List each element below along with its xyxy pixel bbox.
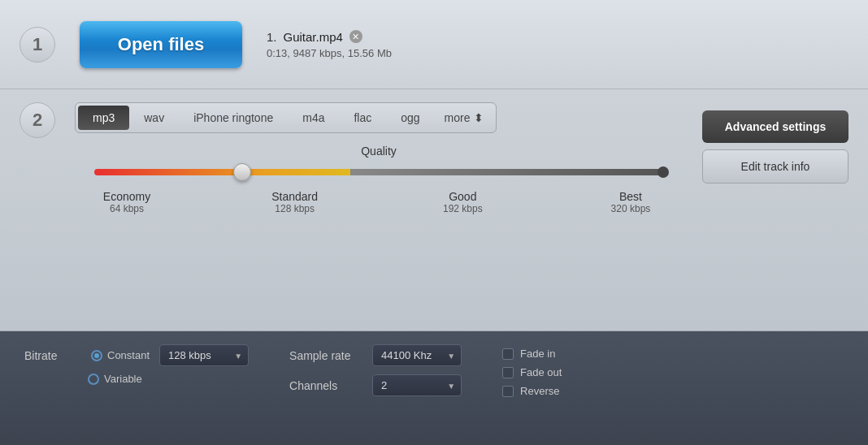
slider-container [83,162,675,182]
channels-label: Channels [289,379,362,392]
file-name: Guitar.mp4 [284,30,343,44]
channels-dropdown-wrapper[interactable]: 2 [372,374,462,396]
sample-rate-label: Sample rate [289,349,362,362]
app-container: 1 Open files 1. Guitar.mp4 ✕ 0:13, 9487 … [0,0,868,445]
reverse-label: Reverse [520,385,559,397]
variable-radio-icon[interactable] [88,374,99,385]
edit-track-button[interactable]: Edit track info [702,149,848,184]
advanced-settings-button[interactable]: Advanced settings [702,110,848,143]
economy-label: Economy [94,190,159,203]
fade-in-option[interactable]: Fade in [502,348,562,360]
quality-slider-thumb[interactable] [233,163,251,181]
section-open-files: 1 Open files 1. Guitar.mp4 ✕ 0:13, 9487 … [0,0,868,89]
quality-label: Quality [83,145,675,158]
step-1-circle: 1 [20,27,55,63]
constant-radio-option[interactable]: Constant [91,349,150,361]
constant-radio-icon[interactable] [91,350,102,361]
format-tabs: mp3 wav iPhone ringtone m4a flac ogg mor… [75,102,497,133]
bitrate-dropdown-wrapper[interactable]: 128 kbps [159,344,249,366]
best-sub: 320 kbps [598,203,663,214]
right-panel: Advanced settings Edit track info [702,102,848,184]
fade-out-option[interactable]: Fade out [502,366,562,378]
quality-marker-economy: Economy 64 kbps [94,190,159,214]
slider-end-dot [658,166,669,178]
standard-label: Standard [263,190,328,203]
reverse-checkbox[interactable] [502,386,514,397]
fade-in-label: Fade in [520,348,555,360]
step-2-circle: 2 [20,102,55,138]
format-quality-content: mp3 wav iPhone ringtone m4a flac ogg mor… [75,102,683,214]
bitrate-select[interactable]: 128 kbps [159,344,249,366]
open-files-button[interactable]: Open files [80,21,242,68]
tab-wav[interactable]: wav [129,106,179,130]
tab-more[interactable]: more ⬍ [435,106,493,130]
reverse-option[interactable]: Reverse [502,385,562,397]
sample-rate-group: Sample rate 44100 Khz Channels 2 [289,344,462,396]
quality-markers: Economy 64 kbps Standard 128 kbps Good 1… [94,187,663,214]
file-index: 1. [267,30,277,44]
file-info: 1. Guitar.mp4 ✕ 0:13, 9487 kbps, 15.56 M… [267,30,392,59]
fade-out-label: Fade out [520,366,562,378]
fade-out-checkbox[interactable] [502,367,514,378]
fade-in-checkbox[interactable] [502,348,514,360]
bitrate-group: Bitrate Constant 128 kbps Variable [24,344,249,385]
sample-rate-dropdown-wrapper[interactable]: 44100 Khz [372,344,462,366]
file-close-icon[interactable]: ✕ [349,30,362,43]
tab-flac[interactable]: flac [339,106,386,130]
file-name-row: 1. Guitar.mp4 ✕ [267,30,392,44]
variable-radio-option[interactable]: Variable [88,373,142,385]
fade-options: Fade in Fade out Reverse [502,344,562,397]
quality-marker-best: Best 320 kbps [598,190,663,214]
section-format-quality: 2 mp3 wav iPhone ringtone m4a flac ogg m… [0,89,868,331]
tab-mp3[interactable]: mp3 [78,106,129,130]
sample-rate-row: Sample rate 44100 Khz [289,344,462,366]
channels-select[interactable]: 2 [372,374,462,396]
good-sub: 192 kbps [430,203,495,214]
quality-section: Quality Economy 64 kbps Standard [75,145,683,214]
bitrate-label: Bitrate [24,349,81,362]
section-bottom: Bitrate Constant 128 kbps Variable [0,331,868,445]
tab-m4a[interactable]: m4a [288,106,339,130]
variable-row: Variable [24,373,249,385]
quality-marker-standard: Standard 128 kbps [263,190,328,214]
best-label: Best [598,190,663,203]
good-label: Good [430,190,495,203]
bitrate-row: Bitrate Constant 128 kbps [24,344,249,366]
file-meta: 0:13, 9487 kbps, 15.56 Mb [267,47,392,59]
tab-ogg[interactable]: ogg [386,106,434,130]
sample-rate-select[interactable]: 44100 Khz [372,344,462,366]
more-arrow-icon: ⬍ [474,111,484,124]
slider-track-gray [350,169,663,175]
quality-marker-good: Good 192 kbps [430,190,495,214]
tab-iphone-ringtone[interactable]: iPhone ringtone [179,106,288,130]
economy-sub: 64 kbps [94,203,159,214]
constant-radio-label: Constant [107,349,150,361]
variable-radio-label: Variable [104,373,142,385]
standard-sub: 128 kbps [263,203,328,214]
channels-row: Channels 2 [289,374,462,396]
quality-slider-track [94,169,663,175]
